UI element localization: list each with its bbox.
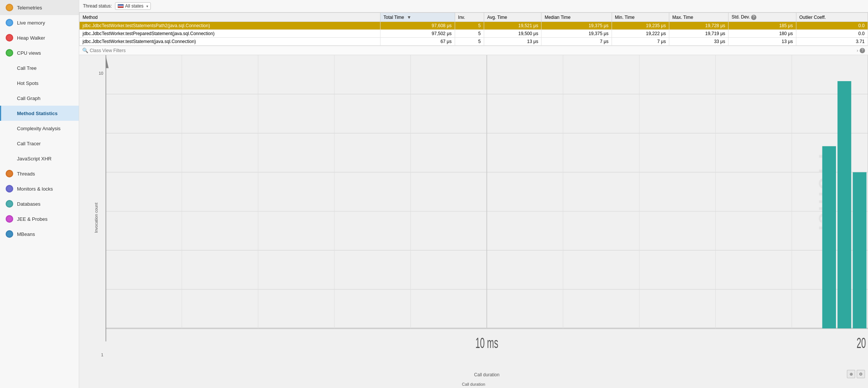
sidebar-item-label-call-graph: Call Graph: [17, 95, 40, 101]
sidebar-item-label-javascript-xhr: JavaScript XHR: [17, 156, 52, 162]
sidebar-item-method-statistics[interactable]: Method Statistics: [0, 106, 79, 121]
heap-walker-icon: [5, 33, 14, 42]
sidebar-item-jee-probes[interactable]: JEE & Probes: [0, 211, 79, 226]
cell-row2-col3: 13 μs: [484, 38, 541, 46]
help-icon-std-dev[interactable]: ?: [751, 15, 756, 20]
x-axis-label: Call duration: [106, 371, 868, 379]
cell-row0-col2: 5: [455, 22, 484, 30]
sidebar-item-monitors-locks[interactable]: Monitors & locks: [0, 181, 79, 196]
top-bar: Thread status: All states ▾: [79, 0, 868, 12]
col-header-method[interactable]: Method: [80, 13, 380, 22]
sidebar-item-label-call-tracer: Call Tracer: [17, 141, 41, 146]
col-header-min-time[interactable]: Min. Time: [612, 13, 669, 22]
cell-row2-col2: 5: [455, 38, 484, 46]
sidebar-item-call-tracer[interactable]: Call Tracer: [0, 136, 79, 151]
chart-area: 🔍 › ? Invocation count 10 1: [79, 46, 868, 388]
cell-row0-col4: 19,375 μs: [541, 22, 612, 30]
col-header-max-time[interactable]: Max. Time: [669, 13, 728, 22]
method-statistics-table: MethodTotal Time ▼Inv.Avg. TimeMedian Ti…: [79, 12, 868, 46]
threads-icon: [5, 169, 14, 178]
col-header-avg-time[interactable]: Avg. Time: [484, 13, 541, 22]
cell-row1-col2: 5: [455, 30, 484, 38]
cell-row1-col5: 19,222 μs: [612, 30, 669, 38]
table-row[interactable]: jdbc.JdbcTestWorker.testStatementsPath2(…: [80, 22, 868, 30]
y-axis-title: Invocation count: [94, 203, 98, 233]
live-memory-icon: [5, 18, 14, 27]
col-header-std-dev[interactable]: Std. Dev.?: [728, 13, 796, 22]
sidebar-item-complexity-analysis[interactable]: Complexity Analysis: [0, 121, 79, 136]
jee-probes-icon: [5, 214, 14, 223]
class-view-filter-input[interactable]: [90, 48, 857, 53]
cell-row2-col7: 13 μs: [728, 38, 796, 46]
cell-row2-col1: 67 μs: [380, 38, 455, 46]
sidebar-item-label-cpu-views: CPU views: [17, 50, 41, 56]
method-statistics-table-container: MethodTotal Time ▼Inv.Avg. TimeMedian Ti…: [79, 12, 868, 46]
svg-text:20 ms: 20 ms: [857, 335, 868, 351]
sidebar-item-hot-spots[interactable]: Hot Spots: [0, 75, 79, 91]
cell-row0-col7: 185 μs: [728, 22, 796, 30]
sidebar-item-javascript-xhr[interactable]: JavaScript XHR: [0, 151, 79, 166]
search-icon: 🔍: [82, 48, 88, 53]
hot-spots-icon: [5, 79, 14, 88]
cell-row0-col3: 19,521 μs: [484, 22, 541, 30]
flag-icon: [118, 4, 124, 8]
cell-row2-col8: 3.71: [796, 38, 868, 46]
chart-inner: 10 ms 20 ms Call duration ⊕ ⚙: [106, 55, 868, 380]
y-tick-10: 10: [99, 71, 106, 75]
call-graph-icon: [5, 94, 14, 103]
cell-row0-col5: 19,235 μs: [612, 22, 669, 30]
sidebar: TelemetriesLive memoryHeap WalkerCPU vie…: [0, 0, 79, 388]
cell-row1-col8: 0.0: [796, 30, 868, 38]
all-states-label: All states: [125, 3, 144, 9]
filter-bar: 🔍 › ?: [79, 46, 868, 55]
sidebar-item-heap-walker[interactable]: Heap Walker: [0, 30, 79, 45]
cell-row1-col7: 180 μs: [728, 30, 796, 38]
col-header-total-time[interactable]: Total Time ▼: [380, 13, 455, 22]
mbeans-icon: [5, 229, 14, 239]
sidebar-item-telemetries[interactable]: Telemetries: [0, 0, 79, 15]
cell-row0-col8: 0.0: [796, 22, 868, 30]
chevron-right-icon: ›: [857, 48, 858, 53]
sidebar-item-databases[interactable]: Databases: [0, 196, 79, 211]
sidebar-item-label-jee-probes: JEE & Probes: [17, 216, 48, 222]
col-header-median-time[interactable]: Median Time: [541, 13, 612, 22]
sort-arrow-total-time: ▼: [406, 15, 411, 20]
thread-status-label: Thread status:: [83, 3, 112, 9]
telemetries-icon: [5, 3, 14, 12]
y-axis: Invocation count 10 1: [79, 55, 106, 380]
chart-bottom-icons: ⊕ ⚙: [847, 370, 865, 378]
sidebar-item-label-monitors-locks: Monitors & locks: [17, 186, 53, 192]
monitors-locks-icon: [5, 184, 14, 193]
table-row[interactable]: jdbc.JdbcTestWorker.testStatement(java.s…: [80, 38, 868, 46]
cell-row1-col3: 19,500 μs: [484, 30, 541, 38]
cell-row2-col5: 7 μs: [612, 38, 669, 46]
sidebar-item-call-tree[interactable]: Call Tree: [0, 60, 79, 75]
cell-row1-col6: 19,719 μs: [669, 30, 728, 38]
sidebar-item-live-memory[interactable]: Live memory: [0, 15, 79, 30]
cell-row2-col4: 7 μs: [541, 38, 612, 46]
cell-row1-col0: jdbc.JdbcTestWorker.testPreparedStatemen…: [80, 30, 380, 38]
svg-text:10 ms: 10 ms: [475, 335, 498, 351]
x-axis-bottom-label: Call duration: [79, 380, 868, 388]
cell-row0-col0: jdbc.JdbcTestWorker.testStatementsPath2(…: [80, 22, 380, 30]
thread-filter-dropdown[interactable]: All states ▾: [115, 2, 151, 10]
sidebar-item-label-complexity-analysis: Complexity Analysis: [17, 126, 61, 131]
table-row[interactable]: jdbc.JdbcTestWorker.testPreparedStatemen…: [80, 30, 868, 38]
sidebar-item-mbeans[interactable]: MBeans: [0, 226, 79, 242]
col-header-outlier-coeff[interactable]: Outlier Coeff.: [796, 13, 868, 22]
sidebar-item-cpu-views[interactable]: CPU views: [0, 45, 79, 60]
col-header-inv[interactable]: Inv.: [455, 13, 484, 22]
sidebar-item-threads[interactable]: Threads: [0, 166, 79, 181]
sidebar-item-label-threads: Threads: [17, 171, 35, 177]
chart-zoom-icon[interactable]: ⊕: [847, 370, 855, 378]
main-content: Profiler Thread status: All states ▾ Met…: [79, 0, 868, 388]
sidebar-item-label-hot-spots: Hot Spots: [17, 80, 38, 86]
sidebar-item-call-graph[interactable]: Call Graph: [0, 91, 79, 106]
filter-help-icon[interactable]: ?: [860, 48, 865, 53]
chart-settings-icon[interactable]: ⚙: [857, 370, 865, 378]
cell-row2-col0: jdbc.JdbcTestWorker.testStatement(java.s…: [80, 38, 380, 46]
databases-icon: [5, 199, 14, 208]
sidebar-item-label-call-tree: Call Tree: [17, 65, 37, 71]
cell-row0-col6: 19,728 μs: [669, 22, 728, 30]
sidebar-item-label-live-memory: Live memory: [17, 20, 45, 26]
